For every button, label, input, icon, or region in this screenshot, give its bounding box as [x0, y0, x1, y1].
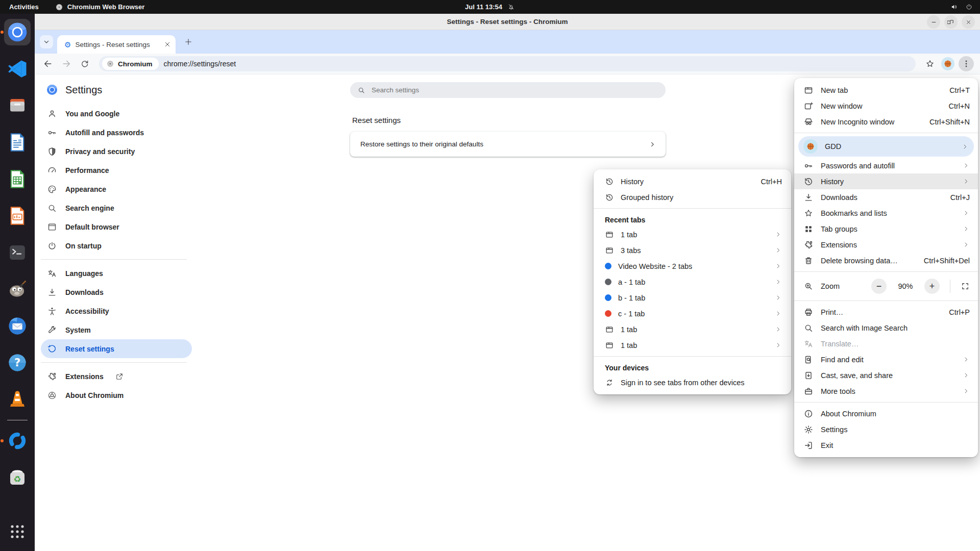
site-info-chip[interactable]: Chromium [102, 58, 159, 70]
nav-extensions[interactable]: Extensions [41, 367, 192, 386]
dock-thunderbird-icon[interactable] [4, 313, 31, 339]
menu-item-print[interactable]: Print…Ctrl+P [794, 304, 978, 320]
menu-item-recent-tab-2[interactable]: 3 tabs [594, 242, 791, 258]
info-icon [803, 409, 814, 419]
menu-item-cast-save-share[interactable]: Cast, save, and share [794, 367, 978, 383]
nav-search-engine[interactable]: Search engine [41, 198, 192, 217]
menu-item-tab-groups[interactable]: Tab groups [794, 221, 978, 237]
menu-item-gdd[interactable]: GDD [798, 136, 974, 157]
menu-item-find-and-edit[interactable]: Find and edit [794, 352, 978, 367]
menu-item-recent-group-a[interactable]: a - 1 tab [594, 274, 791, 290]
menu-item-about-chromium[interactable]: About Chromium [794, 406, 978, 421]
activities-button[interactable]: Activities [0, 0, 48, 14]
minimize-button[interactable] [927, 15, 940, 29]
nav-default-browser[interactable]: Default browser [41, 217, 192, 236]
plus-icon [184, 37, 193, 46]
dock-libreoffice-calc-icon[interactable] [4, 166, 31, 192]
back-button[interactable] [41, 57, 55, 71]
zoom-out-button[interactable]: − [871, 279, 887, 294]
nav-about-chromium[interactable]: About Chromium [41, 386, 192, 405]
menu-item-extensions[interactable]: Extensions [794, 237, 978, 253]
nav-autofill[interactable]: Autofill and passwords [41, 123, 192, 142]
menu-item-recent-group-video[interactable]: Video Website - 2 tabs [594, 258, 791, 274]
close-window-button[interactable] [962, 15, 975, 29]
maximize-button[interactable] [944, 15, 958, 29]
dock-vlc-icon[interactable] [4, 386, 31, 413]
menu-item-sign-in-devices[interactable]: Sign in to see tabs from other devices [594, 374, 791, 390]
settings-sidebar: Settings You and Google Autofill and pas… [35, 74, 193, 405]
dock-gimp-icon[interactable] [4, 276, 31, 303]
menu-item-exit[interactable]: Exit [794, 437, 978, 453]
settings-search[interactable] [350, 82, 666, 98]
tab-groups-icon [803, 224, 814, 234]
restore-defaults-row[interactable]: Restore settings to their original defau… [350, 132, 666, 157]
nav-system[interactable]: System [41, 320, 192, 339]
menu-item-recent-group-c[interactable]: c - 1 tab [594, 306, 791, 321]
svg-text:♻: ♻ [14, 474, 21, 484]
address-bar[interactable]: Chromium chrome://settings/reset [99, 56, 916, 71]
extension-button[interactable] [941, 57, 954, 70]
menu-item-delete-browsing-data[interactable]: Delete browsing data…Ctrl+Shift+Del [794, 253, 978, 268]
reload-button[interactable] [78, 57, 92, 71]
nav-you-and-google[interactable]: You and Google [41, 104, 192, 123]
bookmark-star-button[interactable] [923, 57, 937, 71]
dock-help-icon[interactable]: ? [4, 349, 31, 376]
nav-accessibility[interactable]: Accessibility [41, 302, 192, 320]
menu-item-recent-group-b[interactable]: b - 1 tab [594, 290, 791, 306]
trash-logo-icon: ♻ [7, 467, 28, 488]
menu-item-downloads[interactable]: DownloadsCtrl+J [794, 189, 978, 205]
dock-files-icon[interactable] [4, 92, 31, 119]
clock-menu[interactable]: Jul 11 13:54 [465, 3, 515, 11]
nav-on-startup[interactable]: On startup [41, 236, 192, 255]
dock-trash-icon[interactable]: ♻ [4, 464, 31, 491]
dock-libreoffice-impress-icon[interactable] [4, 203, 31, 229]
nav-divider [41, 362, 187, 363]
menu-item-new-incognito-window[interactable]: New Incognito windowCtrl+Shift+N [794, 114, 978, 130]
menu-item-recent-tab-3[interactable]: 1 tab [594, 321, 791, 337]
menu-item-recent-tab-1[interactable]: 1 tab [594, 227, 791, 242]
nav-privacy[interactable]: Privacy and security [41, 142, 192, 161]
tab-icon [605, 341, 614, 350]
browser-menu-button[interactable] [959, 56, 974, 71]
menu-item-passwords-autofill[interactable]: Passwords and autofill [794, 158, 978, 173]
dock-screen-share-icon[interactable] [4, 428, 31, 454]
tab-settings[interactable]: ⚙ Settings - Reset settings [57, 35, 176, 54]
nav-downloads[interactable]: Downloads [41, 283, 192, 302]
menu-item-image-search[interactable]: Search with Image Search [794, 320, 978, 336]
dock-terminal-icon[interactable] [4, 239, 31, 266]
chevron-right-icon [648, 140, 656, 148]
system-status-area[interactable] [950, 3, 980, 11]
dock-libreoffice-writer-icon[interactable] [4, 129, 31, 156]
menu-item-history[interactable]: History Ctrl+H [594, 173, 791, 189]
forward-button[interactable] [59, 57, 74, 71]
new-tab-button[interactable] [182, 35, 195, 48]
gear-icon [803, 424, 814, 435]
settings-main: Reset settings Restore settings to their… [350, 74, 666, 157]
nav-performance[interactable]: Performance [41, 161, 192, 180]
new-window-icon [803, 101, 814, 111]
nav-appearance[interactable]: Appearance [41, 180, 192, 198]
menu-item-recent-tab-4[interactable]: 1 tab [594, 337, 791, 353]
fullscreen-icon[interactable] [961, 282, 970, 291]
menu-item-bookmarks[interactable]: Bookmarks and lists [794, 205, 978, 221]
gnome-top-bar: Activities Chromium Web Browser Jul 11 1… [0, 0, 980, 14]
app-grid-button[interactable] [4, 518, 31, 545]
dock-chromium-icon[interactable] [4, 19, 31, 45]
settings-search-input[interactable] [371, 86, 658, 94]
nav-languages[interactable]: Languages [41, 264, 192, 283]
zoom-in-button[interactable]: + [924, 279, 940, 294]
window-titlebar[interactable]: Settings - Reset settings - Chromium [35, 14, 980, 30]
tab-close-icon[interactable] [163, 40, 172, 48]
toolbox-icon [803, 386, 814, 396]
nav-reset-settings[interactable]: Reset settings [41, 339, 192, 358]
wrench-icon [47, 325, 57, 335]
dock-vscode-icon[interactable] [4, 56, 31, 82]
menu-item-new-tab[interactable]: New tabCtrl+T [794, 82, 978, 98]
menu-item-more-tools[interactable]: More tools [794, 383, 978, 399]
menu-item-grouped-history[interactable]: Grouped history [594, 189, 791, 205]
menu-item-settings[interactable]: Settings [794, 421, 978, 437]
tab-search-button[interactable] [40, 35, 53, 48]
menu-item-history[interactable]: History [794, 173, 978, 189]
focused-app-menu[interactable]: Chromium Web Browser [48, 3, 152, 11]
menu-item-new-window[interactable]: New windowCtrl+N [794, 98, 978, 114]
